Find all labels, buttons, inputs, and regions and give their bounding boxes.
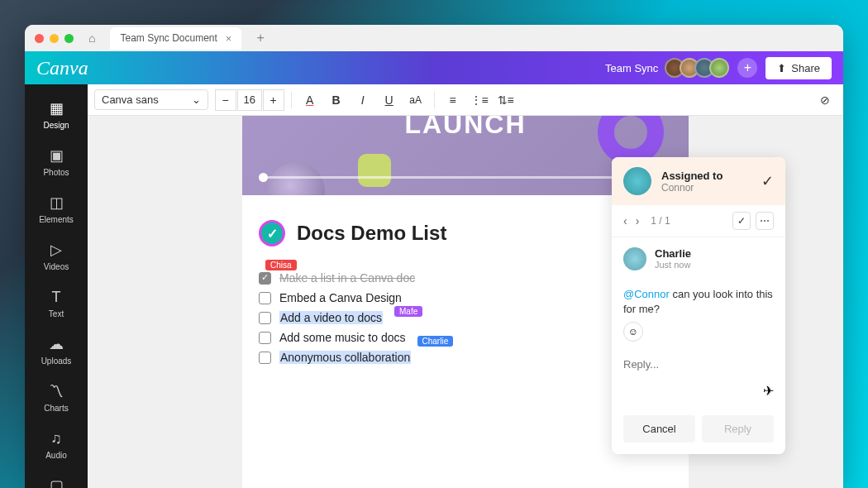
underline-button[interactable]: U bbox=[378, 89, 401, 112]
collaborator-cursor-tag: Mafe bbox=[394, 306, 422, 317]
list-item[interactable]: Add a video to docs Mafe bbox=[259, 308, 672, 328]
format-toolbar: Canva sans ⌄ − 16 + A B I U aA ≡ ⋮≡ ⇅≡ ⊘ bbox=[88, 84, 843, 116]
avatar[interactable] bbox=[709, 58, 729, 78]
cancel-button[interactable]: Cancel bbox=[623, 415, 695, 443]
sidebar-item-design[interactable]: ▦Design bbox=[25, 91, 88, 138]
comment-text: @Connor can you look into this for me? bbox=[623, 287, 774, 317]
uploads-icon: ☁ bbox=[47, 335, 65, 353]
bold-button[interactable]: B bbox=[325, 89, 348, 112]
chevron-down-icon: ⌄ bbox=[192, 93, 201, 106]
more-options-button[interactable]: ⋯ bbox=[756, 212, 774, 230]
comment-nav: ‹ › 1 / 1 ✓ ⋯ bbox=[612, 205, 785, 237]
spacing-button[interactable]: ⇅≡ bbox=[494, 89, 517, 112]
window-minimize-button[interactable] bbox=[50, 34, 59, 43]
tab-close-icon[interactable]: × bbox=[226, 32, 232, 45]
sidebar-item-charts[interactable]: 〽Charts bbox=[25, 374, 88, 421]
audio-icon: ♫ bbox=[47, 429, 65, 447]
next-comment-button[interactable]: › bbox=[636, 214, 640, 227]
hero-title: LAUNCH bbox=[404, 116, 526, 140]
design-icon: ▦ bbox=[47, 99, 65, 117]
comment-author-avatar[interactable] bbox=[623, 247, 646, 270]
canva-logo[interactable]: Canva bbox=[36, 57, 88, 79]
home-icon[interactable]: ⌂ bbox=[88, 31, 95, 45]
italic-button[interactable]: I bbox=[351, 89, 374, 112]
list-button[interactable]: ⋮≡ bbox=[468, 89, 491, 112]
window-close-button[interactable] bbox=[35, 34, 44, 43]
checkbox[interactable] bbox=[259, 332, 271, 344]
reply-button[interactable]: Reply bbox=[702, 415, 774, 443]
sidebar-item-videos[interactable]: ▷Videos bbox=[25, 232, 88, 280]
text-icon: T bbox=[47, 288, 65, 306]
assigned-to-label: Assigned to bbox=[661, 170, 751, 182]
checkbox[interactable] bbox=[259, 312, 271, 324]
browser-tab[interactable]: Team Sync Document × bbox=[110, 27, 241, 50]
collaborator-cursor-tag: Charlie bbox=[417, 336, 454, 347]
text-color-button[interactable]: A bbox=[298, 89, 322, 112]
checkbox[interactable] bbox=[259, 292, 271, 304]
comment-count: 1 / 1 bbox=[651, 215, 670, 227]
checkbox[interactable] bbox=[259, 272, 271, 285]
window-titlebar: ⌂ Team Sync Document × + bbox=[25, 25, 843, 51]
sidebar-item-text[interactable]: TText bbox=[25, 280, 88, 327]
sidebar-item-folders[interactable]: ▢Folders bbox=[25, 468, 88, 488]
list-item[interactable]: Add some music to docs Charlie bbox=[259, 328, 672, 347]
document-canvas[interactable]: LAUNCH ✓ Docs Demo List Make a list in a… bbox=[88, 116, 843, 488]
list-item[interactable]: Make a list in a Canva doc Chisa bbox=[259, 268, 672, 288]
elements-icon: ◫ bbox=[47, 194, 65, 212]
photos-icon: ▣ bbox=[47, 146, 65, 165]
send-icon[interactable]: ✈ bbox=[763, 384, 774, 398]
collaborator-avatars bbox=[670, 58, 729, 78]
assignee-avatar[interactable] bbox=[623, 167, 651, 195]
font-size-increase-button[interactable]: + bbox=[263, 89, 284, 111]
prev-comment-button[interactable]: ‹ bbox=[623, 214, 627, 227]
text-case-button[interactable]: aA bbox=[404, 89, 427, 112]
share-icon: ⬆ bbox=[777, 62, 786, 74]
collaborator-cursor-tag: Chisa bbox=[265, 260, 297, 270]
comment-timestamp: Just now bbox=[655, 260, 774, 270]
new-tab-button[interactable]: + bbox=[256, 31, 264, 45]
window-maximize-button[interactable] bbox=[64, 34, 74, 43]
font-size-decrease-button[interactable]: − bbox=[215, 89, 236, 111]
comment-assigned-header: Assigned to Connor ✓ bbox=[612, 157, 785, 205]
sidebar-item-audio[interactable]: ♫Audio bbox=[25, 421, 88, 468]
list-item[interactable]: Embed a Canva Design bbox=[259, 288, 672, 308]
comment-panel: Assigned to Connor ✓ ‹ › 1 / 1 ✓ ⋯ bbox=[612, 157, 785, 454]
checkbox[interactable] bbox=[259, 352, 271, 364]
tab-title: Team Sync Document bbox=[120, 32, 217, 44]
reply-input[interactable] bbox=[623, 358, 774, 371]
document-title[interactable]: Docs Demo List bbox=[297, 222, 446, 245]
comment-body: Charlie Just now bbox=[612, 237, 785, 280]
sidebar-item-photos[interactable]: ▣Photos bbox=[25, 138, 88, 185]
comment-author-name: Charlie bbox=[655, 247, 774, 260]
align-button[interactable]: ≡ bbox=[441, 89, 465, 112]
folders-icon: ▢ bbox=[47, 476, 65, 488]
font-size-value[interactable]: 16 bbox=[237, 89, 262, 111]
share-button[interactable]: ⬆ Share bbox=[765, 57, 832, 79]
add-reaction-button[interactable]: ☺ bbox=[623, 322, 643, 342]
sidebar-item-elements[interactable]: ◫Elements bbox=[25, 185, 88, 232]
mention[interactable]: @Connor bbox=[623, 288, 670, 300]
font-family-select[interactable]: Canva sans ⌄ bbox=[94, 89, 208, 110]
list-item[interactable]: Anonymous collaboration bbox=[259, 347, 672, 367]
charts-icon: 〽 bbox=[47, 382, 65, 400]
resolve-check-icon[interactable]: ✓ bbox=[761, 172, 774, 190]
add-collaborator-button[interactable]: + bbox=[737, 58, 757, 78]
left-sidebar: ▦Design ▣Photos ◫Elements ▷Videos TText … bbox=[25, 84, 88, 488]
link-button[interactable]: ⊘ bbox=[813, 89, 837, 112]
document-name[interactable]: Team Sync bbox=[605, 62, 658, 74]
sidebar-item-uploads[interactable]: ☁Uploads bbox=[25, 327, 88, 374]
assignee-name: Connor bbox=[661, 182, 751, 194]
videos-icon: ▷ bbox=[47, 241, 65, 259]
resolve-button[interactable]: ✓ bbox=[732, 212, 751, 230]
app-header: Canva Team Sync + ⬆ Share bbox=[25, 51, 843, 84]
title-badge-icon: ✓ bbox=[259, 220, 285, 246]
